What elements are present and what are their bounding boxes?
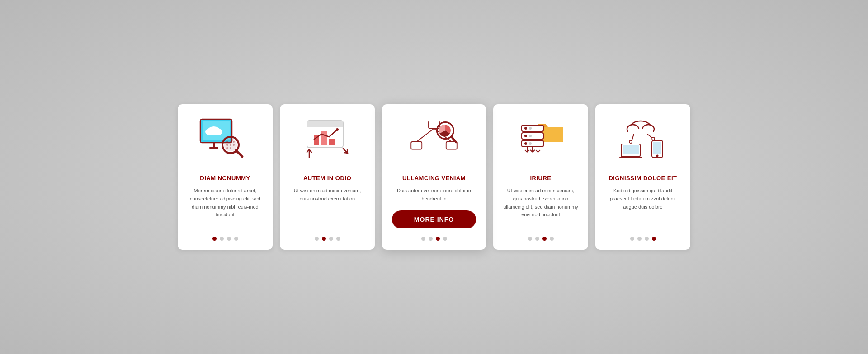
dot [429, 237, 433, 241]
svg-rect-23 [321, 131, 327, 145]
card-3-dots [421, 237, 447, 241]
svg-point-46 [524, 135, 527, 137]
dot [550, 237, 554, 241]
dot [421, 237, 425, 241]
svg-rect-62 [628, 129, 653, 135]
cards-container: DIAM NONUMMY Morem ipsum dolor sit amet,… [160, 86, 708, 267]
server-folder-icon [514, 117, 568, 167]
svg-line-31 [347, 150, 348, 153]
card-1-title: DIAM NONUMMY [200, 175, 250, 182]
card-4-title: IRIURE [530, 175, 551, 182]
dot [652, 237, 656, 241]
svg-point-11 [230, 141, 231, 143]
dot [234, 237, 238, 241]
svg-line-18 [236, 150, 242, 157]
svg-rect-7 [209, 147, 218, 149]
card-1-text: Morem ipsum dolor sit amet, consectetuer… [187, 187, 264, 228]
dot [322, 237, 326, 241]
card-1-dots [212, 237, 238, 241]
svg-point-17 [230, 147, 231, 149]
svg-line-35 [416, 129, 434, 142]
svg-rect-64 [623, 145, 639, 154]
svg-rect-24 [329, 139, 335, 145]
svg-point-44 [524, 127, 527, 130]
analytics-icon [300, 117, 354, 167]
dot [315, 237, 319, 241]
card-2-text: Ut wisi enim ad minim veniam, quis nostr… [289, 187, 366, 228]
svg-point-15 [233, 144, 235, 146]
dot [212, 237, 217, 241]
dot [227, 237, 231, 241]
card-5-title: DIGNISSIM DOLOE EIT [609, 175, 677, 182]
card-5-dots [630, 237, 656, 241]
cloud-search-icon [198, 117, 252, 167]
dot [220, 237, 224, 241]
svg-point-13 [226, 144, 228, 146]
card-2-title: AUTEM IN ODIO [303, 175, 351, 182]
svg-rect-21 [307, 124, 343, 127]
svg-point-14 [230, 144, 231, 146]
svg-point-68 [656, 155, 659, 157]
svg-rect-6 [213, 143, 215, 147]
dot [637, 237, 642, 241]
svg-point-47 [529, 135, 532, 137]
dot [630, 237, 634, 241]
dot [329, 237, 333, 241]
dot [436, 237, 440, 241]
card-5-text: Kodio dignissim qui blandit praesent lup… [604, 187, 681, 228]
svg-rect-33 [411, 142, 422, 149]
card-4: IRIURE Ut wisi enim ad minim veniam, qui… [493, 104, 588, 249]
card-3-text: Duis autem vel eum iriure dolor in hendr… [392, 187, 476, 203]
svg-point-72 [652, 137, 655, 140]
dot [336, 237, 340, 241]
svg-point-12 [233, 141, 235, 143]
card-4-text: Ut wisi enim ad minim veniam, quis nostr… [502, 187, 579, 228]
cloud-devices-icon [616, 117, 670, 167]
svg-rect-34 [446, 142, 457, 149]
card-4-dots [528, 237, 554, 241]
card-3: ULLAMCING VENIAM Duis autem vel eum iriu… [382, 104, 486, 249]
dot [645, 237, 649, 241]
card-3-title: ULLAMCING VENIAM [402, 175, 466, 182]
svg-point-48 [524, 142, 527, 145]
more-info-button[interactable]: MORE INFO [392, 210, 476, 228]
svg-rect-5 [207, 132, 221, 135]
svg-point-45 [529, 127, 532, 130]
svg-point-49 [529, 142, 532, 145]
svg-rect-65 [619, 157, 642, 158]
dot [528, 237, 532, 241]
dot [542, 237, 547, 241]
card-5: DIGNISSIM DOLOE EIT Kodio dignissim qui … [595, 104, 690, 249]
svg-rect-67 [653, 142, 661, 154]
network-analytics-icon [407, 117, 461, 167]
card-2-dots [315, 237, 340, 241]
card-1: DIAM NONUMMY Morem ipsum dolor sit amet,… [178, 104, 273, 249]
svg-point-10 [226, 141, 228, 143]
svg-point-25 [336, 128, 339, 131]
dot [535, 237, 539, 241]
svg-point-70 [629, 140, 632, 143]
card-2: AUTEM IN ODIO Ut wisi enim ad minim veni… [280, 104, 375, 249]
dot [443, 237, 447, 241]
svg-point-16 [226, 147, 228, 149]
